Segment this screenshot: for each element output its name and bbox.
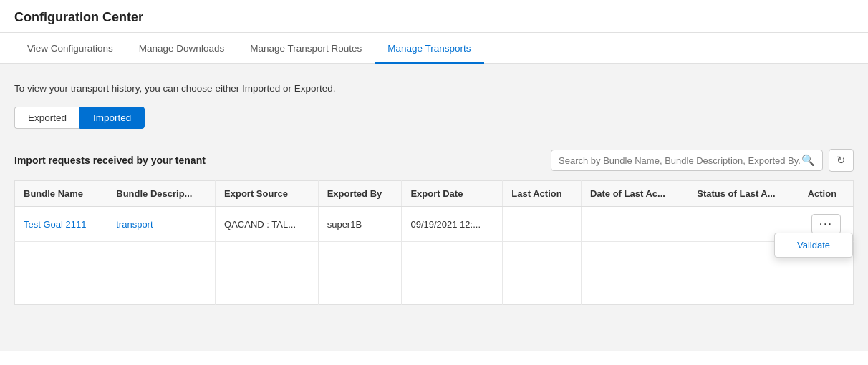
col-action: Action	[799, 181, 853, 207]
cell-export-source	[216, 273, 319, 305]
main-content: To view your transport history, you can …	[0, 64, 868, 351]
cell-bundle-name	[15, 242, 107, 273]
col-export-source: Export Source	[216, 181, 319, 207]
cell-bundle-name	[15, 273, 107, 305]
cell-last-action	[503, 273, 582, 305]
toggle-buttons: Exported Imported	[14, 107, 854, 129]
col-exported-by: Exported By	[318, 181, 402, 207]
cell-bundle-desc[interactable]: transport	[107, 207, 216, 242]
info-text: To view your transport history, you can …	[14, 83, 854, 94]
refresh-button[interactable]: ↻	[829, 149, 854, 172]
cell-status-last-action	[688, 273, 799, 305]
table-row: Test Goal 2111 transport QACAND : TAL...…	[15, 207, 854, 242]
cell-exported-by	[318, 273, 402, 305]
cell-export-date	[402, 273, 503, 305]
tab-manage-transports[interactable]: Manage Transports	[375, 33, 483, 64]
table-row	[15, 242, 854, 273]
tab-view-configurations[interactable]: View Configurations	[14, 33, 126, 64]
cell-export-date	[402, 242, 503, 273]
table-header-row: Bundle Name Bundle Descrip... Export Sou…	[15, 181, 854, 207]
imported-button[interactable]: Imported	[79, 107, 145, 129]
validate-menu-item[interactable]: Validate	[775, 233, 852, 257]
app-header: Configuration Center	[0, 0, 868, 33]
cell-date-last-action	[581, 242, 688, 273]
cell-date-last-action	[581, 207, 688, 242]
col-export-date: Export Date	[402, 181, 503, 207]
search-input-wrapper: 🔍	[551, 150, 823, 171]
col-status-last-action: Status of Last A...	[688, 181, 799, 207]
search-container: 🔍 ↻	[551, 149, 854, 172]
section-title: Import requests received by your tenant	[14, 155, 206, 166]
cell-export-date: 09/19/2021 12:...	[402, 207, 503, 242]
section-header: Import requests received by your tenant …	[14, 149, 854, 172]
action-dropdown-menu: Validate	[774, 233, 853, 258]
cell-export-source: QACAND : TAL...	[216, 207, 319, 242]
col-bundle-desc: Bundle Descrip...	[107, 181, 216, 207]
col-bundle-name: Bundle Name	[15, 181, 107, 207]
cell-last-action	[503, 207, 582, 242]
search-input[interactable]	[559, 155, 801, 166]
cell-action	[799, 273, 853, 305]
nav-tabs: View Configurations Manage Downloads Man…	[0, 33, 868, 64]
table-row	[15, 273, 854, 305]
exported-button[interactable]: Exported	[14, 107, 79, 129]
cell-exported-by	[318, 242, 402, 273]
app-title: Configuration Center	[14, 10, 143, 24]
cell-action: ··· Validate	[799, 207, 853, 242]
col-date-last-action: Date of Last Ac...	[581, 181, 688, 207]
cell-export-source	[216, 242, 319, 273]
cell-bundle-name[interactable]: Test Goal 2111	[15, 207, 107, 242]
cell-bundle-desc	[107, 273, 216, 305]
tab-manage-transport-routes[interactable]: Manage Transport Routes	[237, 33, 375, 64]
col-last-action: Last Action	[503, 181, 582, 207]
cell-last-action	[503, 242, 582, 273]
cell-exported-by: super1B	[318, 207, 402, 242]
action-dots-button[interactable]: ···	[811, 214, 841, 234]
tab-manage-downloads[interactable]: Manage Downloads	[126, 33, 237, 64]
cell-date-last-action	[581, 273, 688, 305]
cell-bundle-desc	[107, 242, 216, 273]
refresh-icon: ↻	[836, 154, 846, 167]
search-icon[interactable]: 🔍	[801, 154, 815, 167]
data-table: Bundle Name Bundle Descrip... Export Sou…	[14, 180, 854, 305]
